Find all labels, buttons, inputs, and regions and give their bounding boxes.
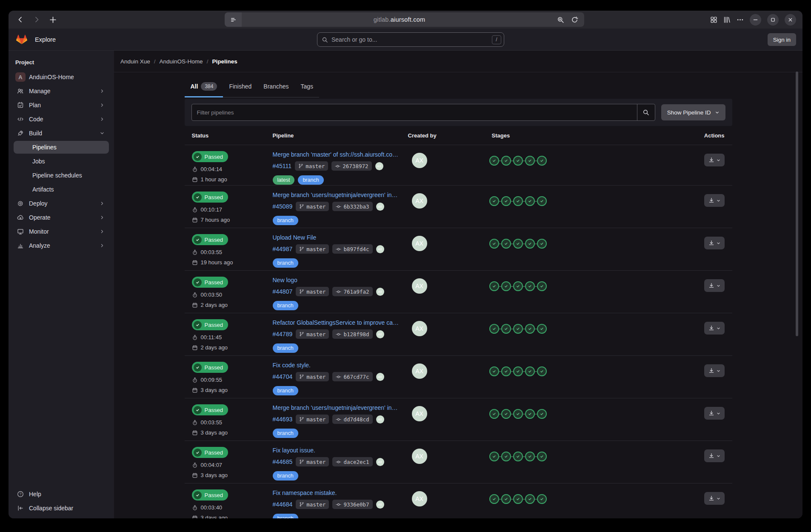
download-artifacts-button[interactable] — [704, 154, 725, 166]
label-branch[interactable]: branch — [273, 514, 298, 518]
close-button[interactable] — [785, 14, 796, 26]
stage-passed-icon[interactable] — [513, 409, 523, 419]
stage-passed-icon[interactable] — [537, 452, 547, 461]
stage-passed-icon[interactable] — [525, 494, 535, 504]
stage-passed-icon[interactable] — [537, 324, 547, 334]
creator-avatar[interactable]: AX — [412, 491, 427, 506]
commit-ref[interactable]: dd7d48cd — [332, 415, 372, 424]
tab-finished[interactable]: Finished — [223, 77, 257, 97]
stage-passed-icon[interactable] — [513, 366, 523, 376]
forward-icon[interactable] — [33, 16, 40, 23]
commit-author-avatar[interactable]: AX — [375, 162, 383, 170]
creator-avatar[interactable]: AX — [412, 278, 427, 294]
tab-all[interactable]: All 384 — [185, 77, 223, 97]
stage-passed-icon[interactable] — [501, 366, 511, 376]
branch-ref[interactable]: master — [296, 500, 329, 509]
commit-author-avatar[interactable]: AX — [376, 203, 384, 211]
stage-passed-icon[interactable] — [525, 281, 535, 291]
download-artifacts-button[interactable] — [704, 449, 725, 462]
status-badge[interactable]: Passed — [192, 277, 228, 288]
stage-passed-icon[interactable] — [513, 196, 523, 206]
commit-author-avatar[interactable]: AX — [376, 245, 384, 253]
commit-ref[interactable]: 6b332ba3 — [332, 202, 372, 211]
pipeline-id-link[interactable]: #45089 — [273, 203, 293, 210]
commit-ref[interactable]: 9336e0b7 — [332, 500, 372, 509]
minimize-button[interactable] — [750, 14, 761, 26]
stage-passed-icon[interactable] — [489, 156, 499, 166]
stage-passed-icon[interactable] — [489, 452, 499, 461]
breadcrumb-item[interactable]: AnduinOS-Home — [160, 58, 203, 65]
stage-passed-icon[interactable] — [537, 281, 547, 291]
branch-ref[interactable]: master — [296, 415, 329, 424]
branch-ref[interactable]: master — [296, 372, 329, 381]
download-artifacts-button[interactable] — [704, 492, 725, 505]
creator-avatar[interactable]: AX — [412, 153, 427, 168]
stage-passed-icon[interactable] — [489, 366, 499, 376]
pipeline-id-link[interactable]: #45111 — [273, 163, 292, 169]
global-search[interactable]: Search or go to... / — [317, 32, 504, 47]
stage-passed-icon[interactable] — [537, 366, 547, 376]
label-branch[interactable]: branch — [273, 386, 298, 395]
label-branch[interactable]: branch — [273, 258, 298, 268]
breadcrumb-item[interactable]: Anduin Xue — [120, 58, 150, 65]
stage-passed-icon[interactable] — [525, 156, 535, 166]
creator-avatar[interactable]: AX — [412, 236, 427, 251]
stage-passed-icon[interactable] — [525, 239, 535, 249]
label-branch[interactable]: branch — [273, 216, 298, 225]
pipeline-id-link[interactable]: #44789 — [273, 331, 293, 338]
stage-passed-icon[interactable] — [501, 281, 511, 291]
pipeline-id-link[interactable]: #44685 — [273, 458, 293, 465]
stage-passed-icon[interactable] — [489, 239, 499, 249]
reader-toggle-icon[interactable] — [225, 12, 242, 27]
sidebar-item-artifacts[interactable]: Artifacts — [14, 183, 109, 196]
status-badge[interactable]: Passed — [192, 234, 228, 245]
label-branch[interactable]: branch — [298, 175, 323, 185]
stage-passed-icon[interactable] — [525, 452, 535, 461]
status-badge[interactable]: Passed — [192, 151, 228, 162]
stage-passed-icon[interactable] — [525, 324, 535, 334]
stage-passed-icon[interactable] — [501, 324, 511, 334]
sidebar-item-operate[interactable]: Operate — [14, 211, 109, 224]
status-badge[interactable]: Passed — [192, 404, 228, 415]
library-icon[interactable] — [723, 16, 731, 23]
pipeline-id-link[interactable]: #44704 — [273, 373, 293, 380]
branch-ref[interactable]: master — [296, 244, 329, 254]
sidebar-item-deploy[interactable]: Deploy — [14, 197, 109, 210]
stage-passed-icon[interactable] — [489, 324, 499, 334]
maximize-button[interactable] — [767, 14, 779, 26]
pipeline-id-link[interactable]: #44684 — [273, 501, 293, 508]
commit-ref[interactable]: b128f98d — [332, 329, 372, 339]
label-latest[interactable]: latest — [273, 175, 295, 185]
gitlab-logo-icon[interactable] — [16, 34, 27, 45]
download-artifacts-button[interactable] — [704, 237, 725, 249]
pipeline-title-link[interactable]: Fix layout issue. — [273, 447, 408, 454]
stage-passed-icon[interactable] — [513, 156, 523, 166]
menu-dots-icon[interactable] — [737, 16, 744, 23]
status-badge[interactable]: Passed — [192, 192, 228, 203]
tab-overview-icon[interactable] — [710, 16, 717, 23]
stage-passed-icon[interactable] — [501, 494, 511, 504]
scrollbar-thumb[interactable] — [796, 72, 798, 336]
explore-link[interactable]: Explore — [35, 36, 56, 43]
stage-passed-icon[interactable] — [501, 196, 511, 206]
branch-ref[interactable]: master — [296, 329, 329, 339]
stage-passed-icon[interactable] — [525, 366, 535, 376]
url-bar[interactable]: gitlab.aiursoft.com — [225, 12, 584, 27]
label-branch[interactable]: branch — [273, 343, 298, 353]
commit-author-avatar[interactable]: AX — [376, 330, 384, 338]
stage-passed-icon[interactable] — [513, 324, 523, 334]
pipeline-title-link[interactable]: Merge branch 'users/nugetninja/evergreen… — [273, 192, 408, 198]
stage-passed-icon[interactable] — [537, 156, 547, 166]
status-badge[interactable]: Passed — [192, 489, 228, 501]
stage-passed-icon[interactable] — [513, 281, 523, 291]
download-artifacts-button[interactable] — [704, 194, 725, 207]
sidebar-item-pipeline-schedules[interactable]: Pipeline schedules — [14, 169, 109, 182]
sidebar-item-analyze[interactable]: Analyze — [14, 239, 109, 252]
new-tab-icon[interactable] — [49, 16, 57, 23]
pipeline-title-link[interactable]: New logo — [273, 277, 408, 283]
sidebar-item-collapse[interactable]: Collapse sidebar — [14, 502, 109, 515]
stage-passed-icon[interactable] — [501, 156, 511, 166]
stage-passed-icon[interactable] — [513, 494, 523, 504]
stage-passed-icon[interactable] — [537, 239, 547, 249]
filter-pipelines-input[interactable] — [192, 104, 637, 120]
